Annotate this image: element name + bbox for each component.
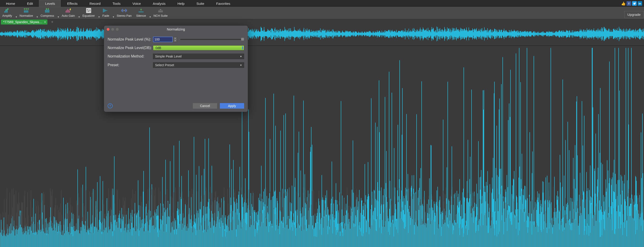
chevron-down-icon: ▼ <box>240 64 242 66</box>
twitter-icon[interactable] <box>632 1 637 6</box>
menu-levels[interactable]: Levels <box>39 0 61 7</box>
pct-stepper[interactable]: ▲▼ <box>173 37 177 42</box>
dropdown-icon[interactable]: ▼ <box>98 16 100 18</box>
tool-label: Normalize <box>20 14 33 18</box>
zoom-window-icon <box>116 28 119 31</box>
chevron-down-icon: ▼ <box>240 55 242 58</box>
like-icon[interactable]: 👍 <box>621 1 626 6</box>
svg-rect-9 <box>45 10 46 12</box>
svg-rect-30 <box>107 10 107 11</box>
svg-rect-23 <box>87 10 88 10</box>
linkedin-icon[interactable]: in <box>638 1 642 6</box>
svg-rect-4 <box>24 10 24 12</box>
facebook-icon[interactable]: f <box>626 1 631 6</box>
nchsuite-button[interactable]: NCH Suite <box>151 7 170 18</box>
menu-help[interactable]: Help <box>172 0 190 7</box>
fade-icon <box>102 8 109 13</box>
tool-label: Equalizer <box>82 14 95 18</box>
method-value: Simple Peak Level <box>155 54 182 58</box>
dropdown-icon[interactable]: ▼ <box>149 16 151 18</box>
help-icon[interactable]: ? <box>108 103 113 108</box>
svg-rect-31 <box>122 10 122 11</box>
amplify-icon <box>4 8 10 13</box>
autogain-button[interactable]: Auto Gain <box>59 7 77 18</box>
dropdown-icon[interactable]: ▼ <box>112 16 114 18</box>
dropdown-icon[interactable]: ▼ <box>15 16 18 18</box>
svg-rect-21 <box>88 9 89 12</box>
add-tab-button[interactable]: + <box>51 20 54 24</box>
social-icons: 👍 f in <box>621 1 644 6</box>
svg-rect-40 <box>158 10 163 10</box>
svg-rect-5 <box>25 10 26 12</box>
stereopan-button[interactable]: Stereo Pan <box>114 7 134 18</box>
dropdown-icon[interactable]: ▼ <box>57 16 59 18</box>
stereopan-icon <box>121 8 127 13</box>
svg-rect-34 <box>125 9 126 12</box>
cancel-button[interactable]: Cancel <box>193 103 217 108</box>
tool-label: NCH Suite <box>154 14 168 18</box>
menu-effects[interactable]: Effects <box>61 0 84 7</box>
silence-icon <box>138 8 144 13</box>
tool-label: Fade <box>102 14 109 18</box>
svg-rect-11 <box>47 10 48 12</box>
menu-home[interactable]: Home <box>0 0 21 7</box>
tool-label: Compress <box>40 14 54 18</box>
apply-button[interactable]: Apply <box>220 103 244 108</box>
normalize-button[interactable]: Normalize <box>18 7 36 18</box>
tool-label: Auto Gain <box>62 14 75 18</box>
stepper-up-icon[interactable]: ▲ <box>174 37 177 40</box>
upgrade-button[interactable]: Upgrade <box>624 11 644 18</box>
method-select[interactable]: Simple Peak Level ▼ <box>153 54 244 59</box>
file-tab[interactable]: *77569_Spandex_Skywa… × <box>1 20 48 24</box>
svg-rect-16 <box>68 9 68 12</box>
svg-rect-35 <box>126 9 126 12</box>
svg-rect-41 <box>160 9 161 10</box>
svg-rect-36 <box>126 10 127 11</box>
menu-suite[interactable]: Suite <box>190 0 210 7</box>
slider-thumb[interactable] <box>241 38 244 41</box>
peak-db-label: Normalize Peak Level(DB): <box>108 46 153 50</box>
tab-bar: *77569_Spandex_Skywa… × + <box>0 19 644 25</box>
svg-rect-28 <box>105 10 105 12</box>
menu-analysis[interactable]: Analysis <box>147 0 172 7</box>
peak-pct-slider[interactable] <box>180 37 244 42</box>
menu-record[interactable]: Record <box>84 0 106 7</box>
minimize-window-icon <box>111 28 114 31</box>
toolbar: Amplify ▼ Normalize ▼ Compress ▼ Auto Ga… <box>0 7 644 19</box>
dialog-title: Normalizing <box>104 27 248 31</box>
dropdown-icon[interactable]: ▼ <box>36 16 38 18</box>
dropdown-icon[interactable]: ▼ <box>78 16 80 18</box>
svg-rect-7 <box>27 10 27 12</box>
svg-rect-14 <box>66 11 66 12</box>
menu-tools[interactable]: Tools <box>106 0 126 7</box>
svg-rect-15 <box>67 10 67 12</box>
peak-db-bar[interactable]: 0dB <box>153 45 244 50</box>
stepper-down-icon[interactable]: ▼ <box>174 40 177 42</box>
menu-edit[interactable]: Edit <box>21 0 39 7</box>
menu-favorites[interactable]: Favorites <box>210 0 236 7</box>
svg-rect-24 <box>88 11 89 12</box>
svg-rect-1 <box>5 10 6 12</box>
svg-rect-33 <box>123 9 123 12</box>
amplify-button[interactable]: Amplify <box>0 7 14 18</box>
svg-rect-8 <box>28 10 28 12</box>
waveform-area[interactable] <box>0 25 644 247</box>
equalizer-button[interactable]: Equalizer <box>80 7 97 18</box>
svg-rect-20 <box>87 9 88 12</box>
dialog-titlebar[interactable]: Normalizing <box>104 26 248 32</box>
toolbox-icon <box>157 8 164 13</box>
method-label: Normalization Method: <box>108 54 153 58</box>
preset-select[interactable]: Select Preset ▼ <box>153 62 244 68</box>
peak-pct-input[interactable] <box>153 37 173 42</box>
fade-button[interactable]: Fade <box>100 7 112 18</box>
close-icon[interactable]: × <box>44 20 46 24</box>
svg-rect-32 <box>122 9 122 12</box>
close-window-icon[interactable] <box>107 28 110 31</box>
silence-button[interactable]: Silence <box>134 7 148 18</box>
svg-rect-26 <box>103 9 104 12</box>
menu-bar: Home Edit Levels Effects Record Tools Vo… <box>0 0 644 7</box>
compress-button[interactable]: Compress <box>38 7 56 18</box>
preset-value: Select Preset <box>155 63 174 67</box>
svg-point-37 <box>124 10 125 11</box>
menu-voice[interactable]: Voice <box>126 0 147 7</box>
